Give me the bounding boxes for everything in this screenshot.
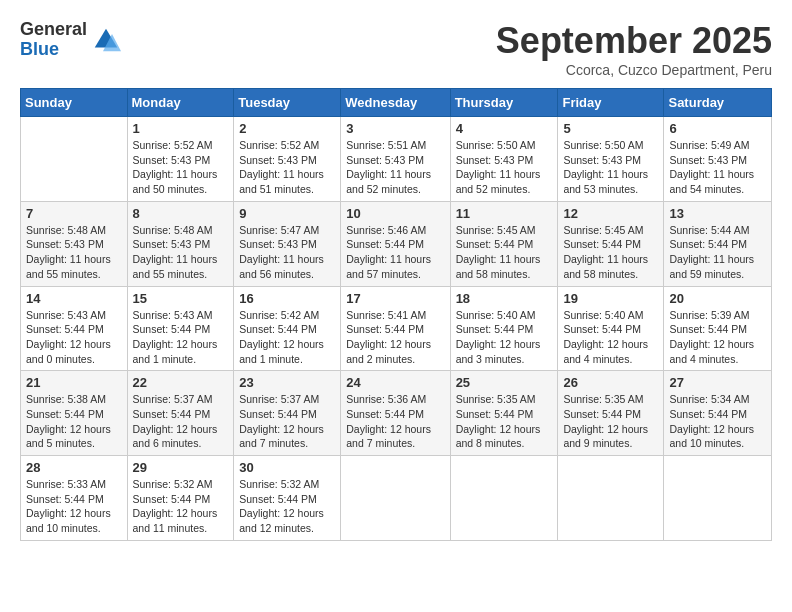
day-info: Sunrise: 5:40 AMSunset: 5:44 PMDaylight:… [456, 308, 553, 367]
calendar-cell: 14Sunrise: 5:43 AMSunset: 5:44 PMDayligh… [21, 286, 128, 371]
month-title: September 2025 [496, 20, 772, 62]
calendar-cell [341, 456, 450, 541]
day-info: Sunrise: 5:44 AMSunset: 5:44 PMDaylight:… [669, 223, 766, 282]
calendar-cell: 9Sunrise: 5:47 AMSunset: 5:43 PMDaylight… [234, 201, 341, 286]
day-number: 18 [456, 291, 553, 306]
day-number: 14 [26, 291, 122, 306]
day-number: 5 [563, 121, 658, 136]
calendar-cell: 4Sunrise: 5:50 AMSunset: 5:43 PMDaylight… [450, 117, 558, 202]
calendar-week-3: 14Sunrise: 5:43 AMSunset: 5:44 PMDayligh… [21, 286, 772, 371]
day-info: Sunrise: 5:35 AMSunset: 5:44 PMDaylight:… [456, 392, 553, 451]
calendar-cell: 1Sunrise: 5:52 AMSunset: 5:43 PMDaylight… [127, 117, 234, 202]
calendar-header-row: SundayMondayTuesdayWednesdayThursdayFrid… [21, 89, 772, 117]
calendar-cell: 2Sunrise: 5:52 AMSunset: 5:43 PMDaylight… [234, 117, 341, 202]
day-number: 23 [239, 375, 335, 390]
calendar-cell [21, 117, 128, 202]
calendar-cell [664, 456, 772, 541]
day-info: Sunrise: 5:42 AMSunset: 5:44 PMDaylight:… [239, 308, 335, 367]
day-number: 28 [26, 460, 122, 475]
calendar-header-monday: Monday [127, 89, 234, 117]
calendar-table: SundayMondayTuesdayWednesdayThursdayFrid… [20, 88, 772, 541]
day-info: Sunrise: 5:49 AMSunset: 5:43 PMDaylight:… [669, 138, 766, 197]
calendar-cell [450, 456, 558, 541]
calendar-cell: 15Sunrise: 5:43 AMSunset: 5:44 PMDayligh… [127, 286, 234, 371]
logo: General Blue [20, 20, 121, 60]
day-number: 11 [456, 206, 553, 221]
day-number: 7 [26, 206, 122, 221]
day-number: 4 [456, 121, 553, 136]
day-info: Sunrise: 5:46 AMSunset: 5:44 PMDaylight:… [346, 223, 444, 282]
calendar-cell: 16Sunrise: 5:42 AMSunset: 5:44 PMDayligh… [234, 286, 341, 371]
day-info: Sunrise: 5:50 AMSunset: 5:43 PMDaylight:… [456, 138, 553, 197]
day-info: Sunrise: 5:52 AMSunset: 5:43 PMDaylight:… [133, 138, 229, 197]
calendar-header-friday: Friday [558, 89, 664, 117]
calendar-cell: 8Sunrise: 5:48 AMSunset: 5:43 PMDaylight… [127, 201, 234, 286]
calendar-cell: 3Sunrise: 5:51 AMSunset: 5:43 PMDaylight… [341, 117, 450, 202]
day-number: 8 [133, 206, 229, 221]
calendar-cell: 24Sunrise: 5:36 AMSunset: 5:44 PMDayligh… [341, 371, 450, 456]
calendar-week-4: 21Sunrise: 5:38 AMSunset: 5:44 PMDayligh… [21, 371, 772, 456]
day-number: 19 [563, 291, 658, 306]
day-info: Sunrise: 5:37 AMSunset: 5:44 PMDaylight:… [133, 392, 229, 451]
day-info: Sunrise: 5:52 AMSunset: 5:43 PMDaylight:… [239, 138, 335, 197]
day-number: 13 [669, 206, 766, 221]
calendar-header-tuesday: Tuesday [234, 89, 341, 117]
day-number: 22 [133, 375, 229, 390]
day-info: Sunrise: 5:34 AMSunset: 5:44 PMDaylight:… [669, 392, 766, 451]
day-info: Sunrise: 5:50 AMSunset: 5:43 PMDaylight:… [563, 138, 658, 197]
title-area: September 2025 Ccorca, Cuzco Department,… [496, 20, 772, 78]
day-info: Sunrise: 5:33 AMSunset: 5:44 PMDaylight:… [26, 477, 122, 536]
calendar-header-thursday: Thursday [450, 89, 558, 117]
calendar-cell: 28Sunrise: 5:33 AMSunset: 5:44 PMDayligh… [21, 456, 128, 541]
day-info: Sunrise: 5:48 AMSunset: 5:43 PMDaylight:… [133, 223, 229, 282]
day-number: 21 [26, 375, 122, 390]
day-info: Sunrise: 5:51 AMSunset: 5:43 PMDaylight:… [346, 138, 444, 197]
page-header: General Blue September 2025 Ccorca, Cuzc… [20, 20, 772, 78]
day-number: 3 [346, 121, 444, 136]
calendar-header-wednesday: Wednesday [341, 89, 450, 117]
calendar-cell: 10Sunrise: 5:46 AMSunset: 5:44 PMDayligh… [341, 201, 450, 286]
calendar-cell: 12Sunrise: 5:45 AMSunset: 5:44 PMDayligh… [558, 201, 664, 286]
day-number: 10 [346, 206, 444, 221]
calendar-week-1: 1Sunrise: 5:52 AMSunset: 5:43 PMDaylight… [21, 117, 772, 202]
day-info: Sunrise: 5:47 AMSunset: 5:43 PMDaylight:… [239, 223, 335, 282]
logo-icon [91, 25, 121, 55]
calendar-cell: 17Sunrise: 5:41 AMSunset: 5:44 PMDayligh… [341, 286, 450, 371]
day-info: Sunrise: 5:35 AMSunset: 5:44 PMDaylight:… [563, 392, 658, 451]
calendar-cell: 19Sunrise: 5:40 AMSunset: 5:44 PMDayligh… [558, 286, 664, 371]
day-info: Sunrise: 5:38 AMSunset: 5:44 PMDaylight:… [26, 392, 122, 451]
day-number: 27 [669, 375, 766, 390]
day-number: 12 [563, 206, 658, 221]
calendar-cell: 25Sunrise: 5:35 AMSunset: 5:44 PMDayligh… [450, 371, 558, 456]
day-number: 15 [133, 291, 229, 306]
calendar-cell: 5Sunrise: 5:50 AMSunset: 5:43 PMDaylight… [558, 117, 664, 202]
calendar-week-5: 28Sunrise: 5:33 AMSunset: 5:44 PMDayligh… [21, 456, 772, 541]
calendar-cell: 23Sunrise: 5:37 AMSunset: 5:44 PMDayligh… [234, 371, 341, 456]
day-info: Sunrise: 5:48 AMSunset: 5:43 PMDaylight:… [26, 223, 122, 282]
day-number: 6 [669, 121, 766, 136]
day-info: Sunrise: 5:40 AMSunset: 5:44 PMDaylight:… [563, 308, 658, 367]
day-info: Sunrise: 5:32 AMSunset: 5:44 PMDaylight:… [133, 477, 229, 536]
logo-blue: Blue [20, 40, 87, 60]
day-info: Sunrise: 5:37 AMSunset: 5:44 PMDaylight:… [239, 392, 335, 451]
logo-general: General [20, 20, 87, 40]
calendar-cell: 29Sunrise: 5:32 AMSunset: 5:44 PMDayligh… [127, 456, 234, 541]
day-info: Sunrise: 5:41 AMSunset: 5:44 PMDaylight:… [346, 308, 444, 367]
calendar-header-sunday: Sunday [21, 89, 128, 117]
day-number: 17 [346, 291, 444, 306]
day-number: 30 [239, 460, 335, 475]
calendar-cell: 27Sunrise: 5:34 AMSunset: 5:44 PMDayligh… [664, 371, 772, 456]
day-number: 25 [456, 375, 553, 390]
calendar-cell: 30Sunrise: 5:32 AMSunset: 5:44 PMDayligh… [234, 456, 341, 541]
calendar-cell [558, 456, 664, 541]
calendar-cell: 21Sunrise: 5:38 AMSunset: 5:44 PMDayligh… [21, 371, 128, 456]
day-info: Sunrise: 5:39 AMSunset: 5:44 PMDaylight:… [669, 308, 766, 367]
day-number: 1 [133, 121, 229, 136]
day-info: Sunrise: 5:45 AMSunset: 5:44 PMDaylight:… [563, 223, 658, 282]
day-number: 16 [239, 291, 335, 306]
calendar-cell: 20Sunrise: 5:39 AMSunset: 5:44 PMDayligh… [664, 286, 772, 371]
day-info: Sunrise: 5:45 AMSunset: 5:44 PMDaylight:… [456, 223, 553, 282]
day-number: 26 [563, 375, 658, 390]
calendar-week-2: 7Sunrise: 5:48 AMSunset: 5:43 PMDaylight… [21, 201, 772, 286]
calendar-header-saturday: Saturday [664, 89, 772, 117]
